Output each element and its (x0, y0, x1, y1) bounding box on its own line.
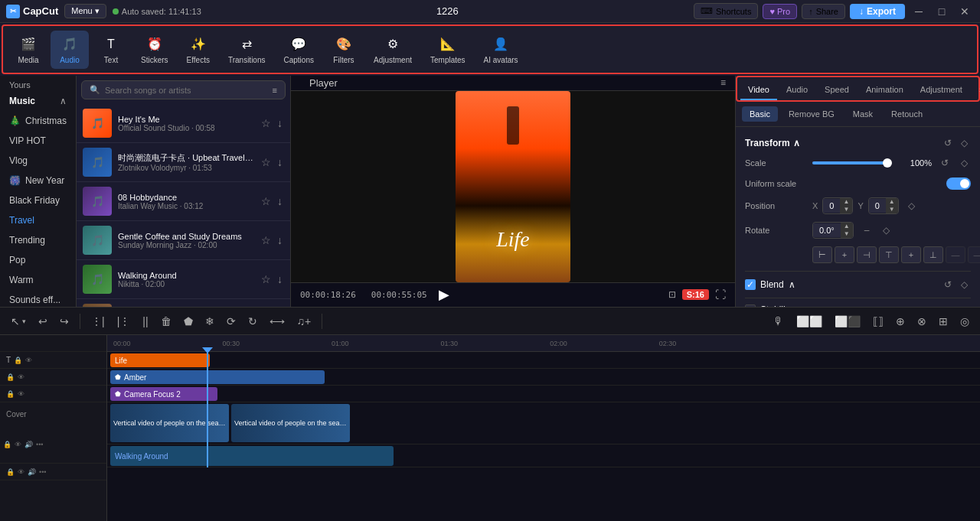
tl-tool-7[interactable]: ⬜⬛ (830, 312, 865, 331)
playhead[interactable] (207, 352, 208, 467)
tl-tool-12[interactable]: ◎ (956, 312, 974, 331)
amber-clip[interactable]: ⬟Amber (110, 370, 325, 384)
lock-icon-text[interactable]: 🔒 (14, 357, 22, 364)
crop-button[interactable]: || (138, 312, 152, 331)
music-fav-3[interactable]: ☆ (260, 194, 273, 209)
position-x-up[interactable]: ▲ (840, 198, 852, 206)
sidebar-item-vlog[interactable]: Vlog (0, 151, 76, 171)
music-fav-5[interactable]: ☆ (260, 272, 273, 287)
sidebar-item-travel[interactable]: Travel (0, 210, 76, 230)
tl-tool-10[interactable]: ⊗ (913, 312, 931, 331)
more-icon-video[interactable]: ••• (36, 441, 43, 448)
close-button[interactable]: ✕ (956, 2, 974, 21)
maximize-button[interactable]: □ (933, 2, 951, 21)
align-left-button[interactable]: ⊢ (812, 246, 832, 263)
align-center-h-button[interactable]: + (835, 246, 854, 263)
scale-keyframe-button[interactable]: ◇ (958, 156, 971, 170)
fullscreen-button[interactable]: ⛶ (715, 288, 726, 301)
music-item-3[interactable]: 🎵 08 Hobbydance Italian Way Music · 03:1… (77, 182, 290, 221)
vol-icon-audio[interactable]: 🔊 (28, 468, 36, 476)
music-item-2[interactable]: 🎵 时尚潮流电子卡点 · Upbeat Travel 乐观旅行 Zlotniko… (77, 143, 290, 182)
position-y-down[interactable]: ▼ (886, 206, 898, 213)
right-tab-speed[interactable]: Speed (817, 80, 857, 100)
tl-tool-11[interactable]: ⊞ (934, 312, 952, 331)
freeze-button[interactable]: ❄ (201, 312, 219, 331)
toolbar-item-ai_avatars[interactable]: 👤 AI avatars (476, 31, 526, 69)
trim-button[interactable]: |⋮ (113, 312, 136, 331)
menu-button[interactable]: Menu ▾ (64, 4, 106, 18)
toolbar-item-transitions[interactable]: ⇄ Transitions (220, 31, 273, 69)
split-button[interactable]: ⋮| (87, 312, 109, 331)
sidebar-item-new_year[interactable]: 🎆 New Year (0, 171, 76, 190)
sub-tab-basic[interactable]: Basic (742, 106, 778, 122)
eye-icon-camera[interactable]: 👁 (18, 390, 24, 398)
mask-button[interactable]: ⬟ (179, 312, 198, 331)
rotate-tool-button[interactable]: ↻ (243, 312, 262, 331)
scale-reset-button[interactable]: ↺ (938, 156, 952, 170)
audio-add-button[interactable]: ♫+ (292, 312, 316, 331)
sidebar-item-black_friday[interactable]: Black Friday (0, 190, 76, 210)
select-tool-button[interactable]: ↖▾ (6, 312, 31, 331)
sub-tab-remove-bg[interactable]: Remove BG (781, 106, 842, 122)
reverse-button[interactable]: ⟳ (222, 312, 240, 331)
right-tab-audio[interactable]: Audio (779, 80, 815, 100)
rotate-keyframe-button[interactable]: ◇ (880, 223, 893, 237)
music-fav-4[interactable]: ☆ (260, 233, 273, 248)
transform-keyframe-button[interactable]: ◇ (958, 136, 971, 150)
rotate-input[interactable]: 0.0° ▲ ▼ (812, 222, 854, 239)
lock-icon-video[interactable]: 🔒 (3, 441, 11, 448)
life-clip[interactable]: Life (110, 353, 210, 367)
mirror-button[interactable]: ⟷ (265, 312, 289, 331)
music-item-5[interactable]: 🎵 Walking Around Nikitta · 02:00 ☆ ↓ (77, 260, 290, 299)
shortcuts-button[interactable]: ⌨ Shortcuts (694, 3, 758, 19)
mic-button[interactable]: 🎙 (769, 312, 789, 331)
lock-icon-effect[interactable]: 🔒 (6, 373, 15, 381)
sidebar-item-christmas[interactable]: 🎄 Christmas (0, 111, 76, 131)
player-menu-button[interactable]: ≡ (720, 77, 726, 88)
blend-reset-button[interactable]: ↺ (941, 278, 955, 291)
position-y-up[interactable]: ▲ (886, 198, 898, 206)
more-icon-audio[interactable]: ••• (39, 468, 46, 476)
minimize-button[interactable]: ─ (910, 2, 928, 21)
toolbar-item-captions[interactable]: 💬 Captions (276, 31, 322, 69)
lock-icon-camera[interactable]: 🔒 (6, 390, 15, 398)
tl-tool-8[interactable]: ⟦⟧ (868, 312, 888, 331)
sidebar-item-pop[interactable]: Pop (0, 250, 76, 270)
tl-tool-6[interactable]: ⬜⬜ (792, 312, 827, 331)
align-top-button[interactable]: ⊤ (879, 246, 899, 263)
filter-icon[interactable]: ≡ (273, 86, 277, 95)
redo-button[interactable]: ↪ (55, 312, 74, 331)
toolbar-item-adjustment[interactable]: ⚙ Adjustment (366, 31, 420, 69)
video-clip-1[interactable]: Vertical video of people on the sea shor… (110, 404, 229, 442)
sidebar-item-warm[interactable]: Warm (0, 270, 76, 290)
play-button[interactable]: ▶ (433, 284, 455, 305)
search-input[interactable] (105, 86, 268, 95)
lock-icon-audio[interactable]: 🔒 (6, 468, 15, 476)
toolbar-item-audio[interactable]: 🎵 Audio (51, 31, 89, 69)
scale-slider[interactable] (812, 161, 887, 164)
sidebar-item-trending[interactable]: Trending (0, 230, 76, 250)
position-y-input[interactable]: 0 ▲ ▼ (868, 197, 899, 214)
music-collapse-button[interactable]: ∧ (60, 96, 67, 106)
sub-tab-mask[interactable]: Mask (845, 106, 880, 122)
video-clip-2[interactable]: Vertical video of people on the sea shor… (231, 404, 350, 442)
position-x-input[interactable]: 0 ▲ ▼ (822, 197, 853, 214)
music-add-3[interactable]: ↓ (276, 194, 284, 209)
share-button[interactable]: ↑ Share (802, 4, 845, 19)
pro-button[interactable]: ♥ Pro (763, 4, 797, 19)
eye-icon-effect[interactable]: 👁 (18, 373, 24, 381)
align-right-button[interactable]: ⊣ (857, 246, 877, 263)
music-add-2[interactable]: ↓ (276, 155, 284, 170)
music-add-5[interactable]: ↓ (276, 272, 284, 287)
music-fav-2[interactable]: ☆ (260, 155, 273, 170)
delete-button[interactable]: 🗑 (156, 312, 176, 331)
right-tab-more[interactable]: » (972, 80, 980, 100)
eye-icon-text[interactable]: 👁 (25, 357, 32, 364)
music-add-1[interactable]: ↓ (276, 116, 284, 131)
music-item-4[interactable]: 🎵 Gentle Coffee and Study Dreams Sunday … (77, 221, 290, 260)
audio-icon-video[interactable]: 🔊 (24, 441, 33, 448)
right-tab-video[interactable]: Video (740, 80, 777, 100)
music-item-6[interactable]: 🎵 Morning Happy Background Music Wavepap… (77, 299, 290, 307)
sidebar-item-sounds_eff[interactable]: Sounds eff... (0, 290, 76, 307)
right-tab-adjustment[interactable]: Adjustment (913, 80, 970, 100)
